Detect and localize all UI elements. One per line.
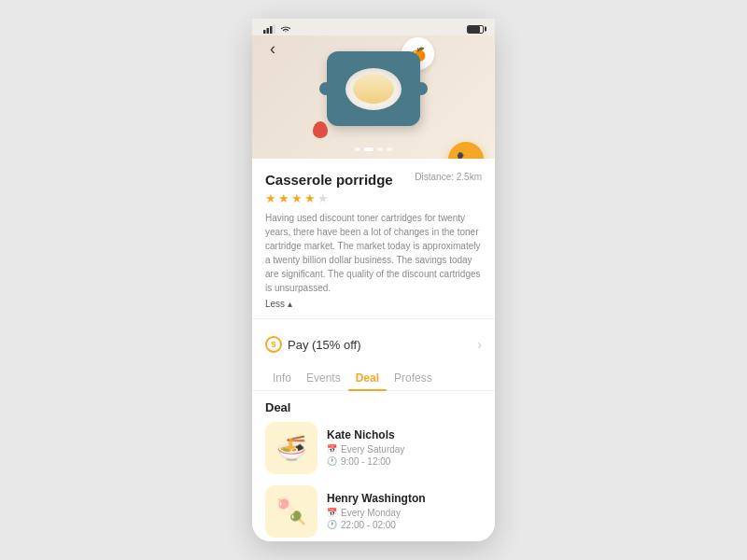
battery-icon (467, 25, 484, 34)
deal-thumb-1: 🍜 (265, 422, 317, 474)
calendar-icon-2: 📅 (327, 508, 337, 517)
divider-1 (252, 318, 495, 319)
deal-card-1[interactable]: 🍜 Kate Nichols 📅 Every Saturday 🕐 9:00 -… (265, 422, 482, 474)
hero-image: 🍊 ‹ 📞 (252, 19, 495, 159)
deal-thumb-2: 🍡 (265, 485, 317, 538)
deal-time-2: 🕐 22:00 - 02:00 (327, 520, 482, 530)
tab-deal[interactable]: Deal (348, 366, 387, 390)
star-1: ★ (265, 191, 276, 205)
title-row: Casserole porridge Distance: 2.5km (265, 172, 482, 188)
content-area: Casserole porridge Distance: 2.5km ★ ★ ★… (252, 159, 495, 541)
tab-bar: Info Events Deal Profess (252, 366, 495, 391)
svg-rect-2 (270, 26, 273, 34)
svg-rect-1 (267, 28, 270, 34)
svg-rect-0 (263, 30, 266, 34)
deal-info-1: Kate Nichols 📅 Every Saturday 🕐 9:00 - 1… (327, 428, 482, 469)
pay-label: Pay (15% off) (288, 338, 361, 352)
food-visual: 🍊 (313, 37, 434, 140)
image-dots (355, 147, 392, 151)
dot-3 (377, 147, 383, 151)
deal-card-2[interactable]: 🍡 Henry Washington 📅 Every Monday 🕐 22:0… (265, 485, 482, 538)
food-bowl (345, 68, 402, 110)
star-rating: ★ ★ ★ ★ ★ (265, 191, 482, 205)
signal-icon (263, 24, 276, 34)
wifi-icon (280, 25, 291, 34)
star-2: ★ (278, 191, 289, 205)
deal-info-2: Henry Washington 📅 Every Monday 🕐 22:00 … (327, 492, 482, 532)
dot-4 (387, 147, 392, 151)
deal-schedule-2: 📅 Every Monday (327, 508, 482, 518)
back-button[interactable]: ‹ (261, 37, 284, 60)
deal-time-1: 🕐 9:00 - 12:00 (327, 456, 482, 467)
star-3: ★ (291, 191, 303, 205)
food-tray (327, 51, 420, 126)
star-4: ★ (304, 191, 316, 205)
tab-profess[interactable]: Profess (387, 366, 440, 390)
tab-events[interactable]: Events (299, 366, 348, 390)
dot-2 (364, 147, 374, 151)
status-bar (252, 19, 495, 35)
distance-label: Distance: 2.5km (415, 172, 482, 182)
pay-circle: $ (265, 336, 282, 353)
calendar-icon-1: 📅 (327, 444, 337, 454)
star-5: ★ (317, 191, 329, 205)
deal-section-title: Deal (265, 400, 482, 414)
deal-name-2: Henry Washington (327, 492, 482, 505)
pay-left: $ Pay (15% off) (265, 336, 361, 353)
less-button[interactable]: Less ▴ (265, 299, 482, 309)
dot-1 (355, 147, 360, 151)
pay-row[interactable]: $ Pay (15% off) › (265, 329, 482, 360)
deal-schedule-1: 📅 Every Saturday (327, 444, 482, 455)
deal-name-1: Kate Nichols (327, 428, 482, 441)
description-text: Having used discount toner cartridges fo… (265, 211, 482, 295)
dish-title: Casserole porridge (265, 172, 393, 188)
clock-icon-2: 🕐 (327, 520, 337, 529)
strawberry-decoration (313, 121, 328, 138)
signal-icons (263, 24, 291, 34)
clock-icon-1: 🕐 (327, 456, 337, 466)
chevron-right-icon: › (477, 337, 482, 352)
phone-container: 🍊 ‹ 📞 Casserole porridge Distance: 2.5km (252, 19, 495, 541)
svg-rect-3 (274, 24, 276, 34)
tab-info[interactable]: Info (265, 366, 299, 390)
